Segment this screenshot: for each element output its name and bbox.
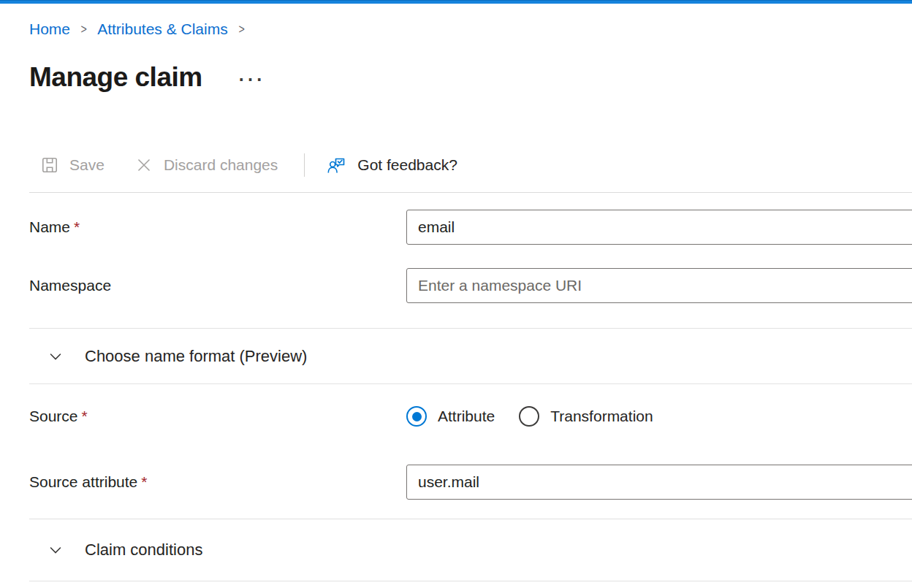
section-divider <box>29 581 912 581</box>
section-label: Claim conditions <box>85 541 202 560</box>
save-button[interactable]: Save <box>41 156 104 174</box>
chevron-down-icon <box>48 348 64 364</box>
breadcrumb-separator-icon: > <box>80 21 86 37</box>
save-icon <box>41 156 58 174</box>
source-label: Source* <box>29 408 406 425</box>
source-radio-group: Attribute Transformation <box>406 406 912 427</box>
source-attribute-label: Source attribute* <box>29 473 406 491</box>
breadcrumb: Home > Attributes & Claims > <box>29 20 912 38</box>
name-label: Name* <box>29 218 406 236</box>
breadcrumb-separator-icon: > <box>238 21 244 37</box>
breadcrumb-link-home[interactable]: Home <box>29 20 70 38</box>
section-choose-name-format[interactable]: Choose name format (Preview) <box>29 329 912 383</box>
chevron-down-icon <box>48 542 64 558</box>
feedback-person-icon <box>327 156 346 175</box>
source-row: Source* Attribute Transformation <box>29 400 912 432</box>
discard-changes-button[interactable]: Discard changes <box>135 156 278 174</box>
radio-transformation-label: Transformation <box>550 408 653 425</box>
source-attribute-input[interactable] <box>406 465 912 500</box>
radio-option-attribute[interactable]: Attribute <box>406 406 495 427</box>
discard-changes-label: Discard changes <box>164 156 278 174</box>
namespace-row: Namespace <box>29 268 912 303</box>
section-claim-conditions[interactable]: Claim conditions <box>29 519 912 581</box>
required-asterisk: * <box>82 408 88 424</box>
namespace-label: Namespace <box>29 277 406 294</box>
command-toolbar: Save Discard changes Got feedback? <box>29 151 912 179</box>
radio-selected-icon[interactable] <box>406 406 427 427</box>
breadcrumb-link-attributes-claims[interactable]: Attributes & Claims <box>97 20 228 38</box>
more-options-icon[interactable]: ··· <box>239 72 266 87</box>
required-asterisk: * <box>74 218 80 235</box>
save-label: Save <box>69 156 104 174</box>
got-feedback-button[interactable]: Got feedback? <box>327 156 457 175</box>
source-attribute-row: Source attribute* <box>29 465 912 500</box>
toolbar-separator <box>304 153 305 177</box>
radio-attribute-label: Attribute <box>438 408 495 425</box>
radio-option-transformation[interactable]: Transformation <box>519 406 653 427</box>
toolbar-divider <box>29 192 912 193</box>
name-input[interactable] <box>406 210 912 245</box>
name-row: Name* <box>29 210 912 245</box>
section-label: Choose name format (Preview) <box>85 347 307 366</box>
radio-unselected-icon[interactable] <box>519 406 539 427</box>
top-accent-bar <box>0 0 912 4</box>
namespace-input[interactable] <box>406 268 912 303</box>
got-feedback-label: Got feedback? <box>357 156 457 174</box>
dismiss-x-icon <box>135 156 153 174</box>
manage-claim-page: Home > Attributes & Claims > Manage clai… <box>0 20 912 581</box>
title-row: Manage claim ··· <box>29 61 912 94</box>
section-divider <box>29 383 912 384</box>
page-title: Manage claim <box>29 61 202 94</box>
required-asterisk: * <box>141 473 147 490</box>
